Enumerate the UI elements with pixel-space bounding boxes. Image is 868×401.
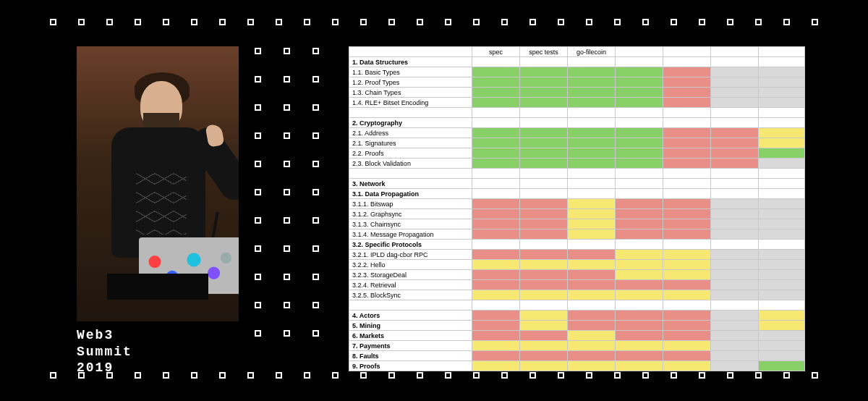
status-cell [520, 88, 568, 98]
status-cell [616, 321, 663, 331]
status-cell [711, 219, 759, 229]
border-dots-top [0, 19, 868, 25]
status-cell [520, 229, 568, 240]
status-cell [520, 290, 568, 300]
status-cell [472, 341, 520, 351]
status-grid-label-header [349, 47, 472, 57]
table-row: 4. Actors [349, 311, 805, 321]
status-cell [472, 67, 520, 77]
status-cell [759, 77, 805, 88]
status-cell [711, 128, 759, 138]
table-row: 3.2. Specific Protocols [349, 240, 805, 250]
status-cell [711, 57, 759, 67]
status-cell [472, 179, 520, 189]
table-row: 2.2. Proofs [349, 148, 805, 159]
status-cell [520, 77, 568, 88]
event-title-line: Summit [77, 344, 132, 360]
row-label: 1.4. RLE+ Bitset Encoding [349, 98, 472, 108]
status-cell [663, 331, 711, 341]
status-cell [616, 67, 663, 77]
status-cell [568, 240, 616, 250]
status-cell [663, 108, 711, 118]
status-cell [711, 108, 759, 118]
status-cell [616, 138, 663, 148]
status-cell [568, 321, 616, 331]
status-cell [472, 108, 520, 118]
status-cell [472, 300, 520, 311]
status-cell [520, 189, 568, 199]
status-cell [711, 361, 759, 371]
table-row [349, 300, 805, 311]
row-label: 9. Proofs [349, 361, 472, 371]
status-cell [520, 128, 568, 138]
status-cell [759, 300, 805, 311]
status-cell [472, 240, 520, 250]
status-cell [663, 341, 711, 351]
status-cell [520, 57, 568, 67]
table-row: 5. Mining [349, 321, 805, 331]
event-title: Web3 Summit 2019 [77, 327, 132, 376]
status-cell [711, 77, 759, 88]
status-cell [568, 300, 616, 311]
status-cell [568, 229, 616, 240]
status-cell [759, 250, 805, 260]
status-cell [711, 118, 759, 128]
row-label [349, 300, 472, 311]
status-cell [616, 169, 663, 179]
row-label: 3.1.3. Chainsync [349, 219, 472, 229]
status-cell [520, 67, 568, 77]
row-label: 3.1.4. Message Propagation [349, 229, 472, 240]
status-cell [616, 240, 663, 250]
status-cell [616, 209, 663, 219]
status-cell [520, 361, 568, 371]
status-cell [663, 311, 711, 321]
status-cell [520, 169, 568, 179]
status-cell [616, 290, 663, 300]
status-cell [711, 88, 759, 98]
status-cell [759, 57, 805, 67]
status-cell [568, 88, 616, 98]
status-cell [663, 159, 711, 169]
status-cell [711, 260, 759, 270]
status-cell [711, 300, 759, 311]
status-cell [759, 108, 805, 118]
status-cell [520, 300, 568, 311]
status-cell [759, 311, 805, 321]
status-cell [616, 118, 663, 128]
status-cell [663, 179, 711, 189]
row-label: 2.1. Signatures [349, 138, 472, 148]
status-cell [568, 169, 616, 179]
status-cell [568, 209, 616, 219]
table-row: 1.1. Basic Types [349, 67, 805, 77]
event-title-line: 2019 [77, 360, 132, 376]
status-cell [759, 98, 805, 108]
status-cell [663, 189, 711, 199]
status-cell [759, 118, 805, 128]
table-row: 7. Payments [349, 341, 805, 351]
status-cell [520, 179, 568, 189]
row-label: 2. Cryptography [349, 118, 472, 128]
table-row: 1. Data Structures [349, 57, 805, 67]
status-cell [568, 57, 616, 67]
status-cell [663, 77, 711, 88]
status-cell [616, 280, 663, 290]
table-row: 1.3. Chain Types [349, 88, 805, 98]
status-cell [472, 361, 520, 371]
status-cell [616, 179, 663, 189]
status-cell [711, 199, 759, 209]
status-cell [759, 260, 805, 270]
status-cell [759, 270, 805, 280]
status-cell [616, 341, 663, 351]
status-cell [472, 118, 520, 128]
status-cell [616, 229, 663, 240]
table-row [349, 169, 805, 179]
row-label: 4. Actors [349, 311, 472, 321]
status-cell [759, 88, 805, 98]
row-label: 1.3. Chain Types [349, 88, 472, 98]
row-label: 3.2.1. IPLD dag-cbor RPC [349, 250, 472, 260]
status-cell [568, 77, 616, 88]
status-cell [711, 321, 759, 331]
status-cell [568, 290, 616, 300]
table-row: 8. Faults [349, 351, 805, 361]
status-cell [472, 260, 520, 270]
